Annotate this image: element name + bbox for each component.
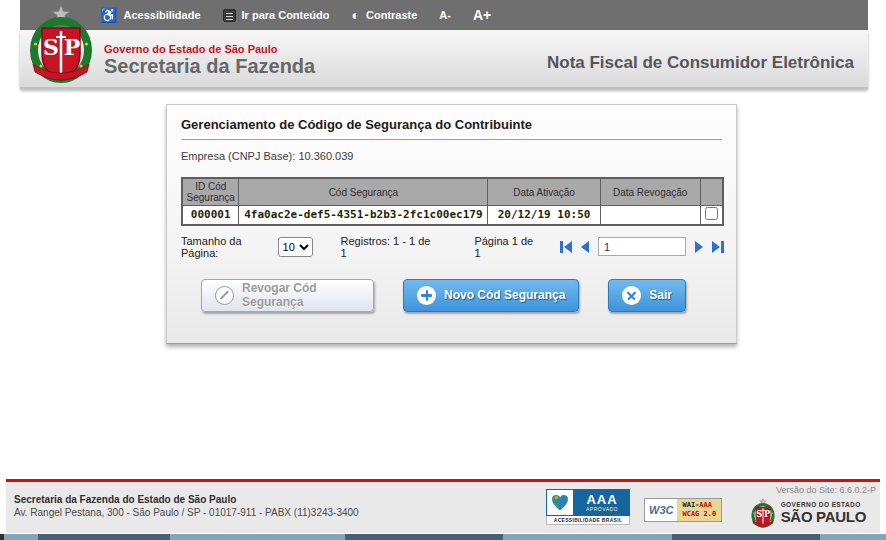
- footer-address: Av. Rangel Pestana, 300 - São Paulo / SP…: [14, 507, 359, 518]
- cell-activation: 20/12/19 10:50: [488, 206, 601, 225]
- col-activation: Data Ativação: [488, 178, 601, 206]
- page-text: Página 1 de 1: [474, 235, 536, 259]
- wcag-version-text: WCAG 2.0: [682, 510, 716, 519]
- site-version: Versão do Site: 6.6.0.2-P: [776, 485, 876, 495]
- col-code: Cód Segurança: [239, 178, 488, 206]
- new-button-label: Novo Cód Segurança: [444, 288, 565, 302]
- cell-id: 000001: [182, 206, 239, 225]
- revoke-button-label: Revogar Cód Segurança: [242, 281, 360, 309]
- table-row: 000001 4fa0ac2e-def5-4351-b2b3-2fc1c00ec…: [182, 206, 723, 225]
- company-cnpj: Empresa (CNPJ Base): 10.360.039: [181, 150, 722, 162]
- row-select-checkbox[interactable]: [705, 207, 718, 220]
- new-code-button[interactable]: Novo Cód Segurança: [403, 279, 579, 312]
- first-page-icon[interactable]: [560, 241, 572, 253]
- footer-org-name: Secretaria da Fazenda do Estado de São P…: [14, 494, 359, 505]
- taskbar-edge: [0, 534, 886, 540]
- footer-contact: Secretaria da Fazenda do Estado de São P…: [14, 494, 359, 518]
- company-label: Empresa (CNPJ Base):: [181, 150, 295, 162]
- government-name: Governo do Estado de São Paulo: [104, 43, 315, 55]
- font-increase-button[interactable]: A+: [473, 7, 491, 23]
- contrast-label: Contraste: [366, 9, 417, 21]
- accessibility-brasil-badge[interactable]: AAA APROVADO ACESSIBILIDADE BRASIL: [546, 489, 630, 525]
- wai-aaa-text: AAA: [699, 501, 712, 509]
- sp-crest-small-icon: [751, 498, 775, 528]
- company-value: 10.360.039: [298, 150, 353, 162]
- site-footer: Secretaria da Fazenda do Estado de São P…: [6, 479, 880, 533]
- agency-name: Secretaria da Fazenda: [104, 55, 315, 78]
- page-size-select[interactable]: 10: [278, 237, 313, 257]
- next-page-icon[interactable]: [695, 241, 703, 253]
- w3c-logo-text: W3C: [645, 499, 677, 521]
- last-page-icon[interactable]: [712, 241, 724, 253]
- font-decrease-button[interactable]: A-: [439, 9, 451, 21]
- skip-to-content-label: Ir para Conteúdo: [242, 9, 330, 21]
- aaa-text: AAA: [586, 493, 617, 506]
- table-header-row: ID Cód Segurança Cód Segurança Data Ativ…: [182, 178, 723, 206]
- pagination-nav: [560, 237, 724, 256]
- contrast-link[interactable]: ◐ Contraste: [352, 8, 418, 22]
- col-id: ID Cód Segurança: [182, 178, 239, 206]
- cell-code: 4fa0ac2e-def5-4351-b2b3-2fc1c00ec179: [239, 206, 488, 225]
- exit-button-label: Sair: [649, 288, 672, 302]
- plus-icon: [417, 286, 436, 305]
- security-codes-table: ID Cód Segurança Cód Segurança Data Ativ…: [181, 177, 724, 226]
- records-text: Registros: 1 - 1 de 1: [341, 235, 431, 259]
- heart-icon: [546, 489, 574, 516]
- site-container: ♿ Acessibilidade Ir para Conteúdo ◐ Cont…: [20, 0, 868, 89]
- aaa-approved-block: AAA APROVADO: [574, 489, 630, 516]
- approved-text: APROVADO: [586, 507, 618, 512]
- cell-select: [700, 206, 723, 225]
- security-code-panel: Gerenciamento de Código de Segurança do …: [166, 104, 737, 344]
- title-divider: [181, 139, 722, 140]
- contrast-icon: ◐: [352, 8, 360, 22]
- panel-title: Gerenciamento de Código de Segurança do …: [181, 117, 722, 132]
- footer-gov-logo: GOVERNO DO ESTADO SÃO PAULO: [751, 498, 866, 528]
- header-text: Governo do Estado de São Paulo Secretari…: [104, 43, 315, 87]
- prev-page-icon[interactable]: [581, 241, 589, 253]
- sp-crest-logo: [28, 4, 94, 84]
- page-number-input[interactable]: [598, 237, 686, 256]
- page-size-label: Tamanho da Página:: [181, 235, 273, 259]
- prohibition-icon: [215, 286, 234, 305]
- col-select: [700, 178, 723, 206]
- accessibility-link[interactable]: ♿ Acessibilidade: [100, 8, 201, 22]
- content-icon: [223, 9, 236, 22]
- pagination-bar: Tamanho da Página: 10 Registros: 1 - 1 d…: [181, 235, 724, 259]
- wcag-badge[interactable]: W3C WAI-AAA WCAG 2.0: [644, 498, 722, 522]
- app-title: Nota Fiscal de Consumidor Eletrônica: [547, 53, 868, 87]
- skip-to-content-link[interactable]: Ir para Conteúdo: [223, 9, 330, 22]
- accessibility-label: Acessibilidade: [123, 9, 200, 21]
- revoke-code-button[interactable]: Revogar Cód Segurança: [201, 279, 374, 312]
- col-revocation: Data Revogação: [600, 178, 700, 206]
- action-buttons: Revogar Cód Segurança Novo Cód Segurança…: [181, 279, 722, 312]
- wcag-level-block: WAI-AAA WCAG 2.0: [677, 499, 721, 521]
- exit-button[interactable]: Sair: [608, 279, 686, 312]
- wai-text: WAI-: [682, 501, 699, 509]
- cell-revocation: [600, 206, 700, 225]
- site-header: Governo do Estado de São Paulo Secretari…: [20, 30, 868, 89]
- close-icon: [622, 286, 641, 305]
- accessibility-brasil-caption: ACESSIBILIDADE BRASIL: [546, 516, 630, 525]
- wheelchair-icon: ♿: [100, 8, 117, 22]
- gov-logo-line2: SÃO PAULO: [781, 509, 866, 524]
- accessibility-bar: ♿ Acessibilidade Ir para Conteúdo ◐ Cont…: [20, 0, 868, 30]
